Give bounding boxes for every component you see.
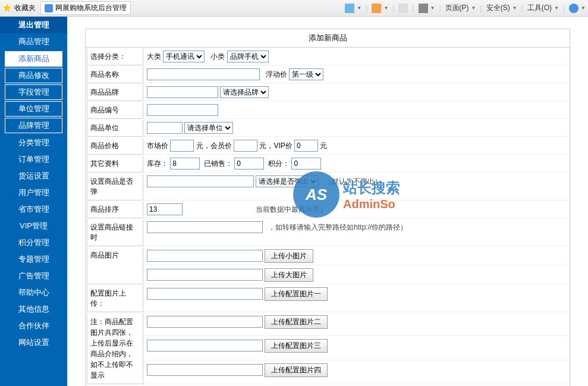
label-note: 注：商品配置图片共四张，上传后显示在商品介绍内，如不上传即不显示 (87, 313, 143, 384)
input-small-image[interactable] (147, 250, 263, 262)
input-cfg1[interactable] (147, 288, 263, 300)
input-product-name[interactable] (147, 68, 260, 80)
sidebar-item-18[interactable]: 合作伙伴 (0, 318, 67, 334)
sidebar-item-4[interactable]: 字段管理 (5, 84, 62, 100)
input-member-price[interactable] (234, 140, 257, 152)
sidebar-item-14[interactable]: 专题管理 (0, 251, 67, 268)
input-stock[interactable] (170, 158, 200, 170)
select-popup[interactable]: 请选择是否弹出 (256, 175, 319, 187)
label-config-img: 配置图片上传： (87, 285, 143, 312)
select-small-category[interactable]: 品牌手机 (227, 51, 269, 62)
favorites-label[interactable]: 收藏夹 (14, 3, 36, 13)
label-sort: 商品排序 (87, 202, 143, 218)
panel-title: 添加新商品 (86, 29, 570, 48)
input-cfg2[interactable] (147, 316, 263, 328)
browser-tab[interactable]: 网展购物系统后台管理 (40, 1, 131, 15)
sidebar-item-19[interactable]: 网站设置 (0, 334, 67, 351)
upload-cfg1-button[interactable]: 上传配置图片一 (265, 287, 328, 301)
select-unit[interactable]: 请选择单位 (184, 122, 233, 134)
sidebar-item-0[interactable]: 退出管理 (0, 17, 67, 33)
sidebar-item-17[interactable]: 其他信息 (0, 301, 67, 318)
upload-big-button[interactable]: 上传大图片 (265, 268, 313, 282)
sidebar-item-9[interactable]: 货运设置 (0, 168, 67, 184)
sidebar-item-15[interactable]: 广告管理 (0, 268, 67, 284)
mail-icon[interactable] (398, 4, 408, 13)
menu-safety[interactable]: 安全(S) (486, 3, 510, 13)
sidebar-item-1[interactable]: 商品管理 (0, 33, 67, 50)
label-category: 选择分类： (87, 49, 143, 65)
label-link: 设置商品链接时 (87, 219, 143, 246)
input-cfg4[interactable] (147, 364, 263, 376)
menu-page[interactable]: 页面(P) (445, 3, 469, 13)
sidebar-item-7[interactable]: 分类管理 (0, 134, 67, 151)
input-sort[interactable] (147, 203, 183, 215)
label-unit: 商品单位 (87, 120, 143, 137)
sidebar-item-6[interactable]: 品牌管理 (5, 118, 62, 133)
sidebar-item-12[interactable]: VIP管理 (0, 218, 67, 234)
page-icon (45, 4, 53, 12)
upload-cfg4-button[interactable]: 上传配置图片四 (265, 363, 328, 377)
upload-cfg2-button[interactable]: 上传配置图片二 (265, 315, 328, 329)
print-icon[interactable] (419, 4, 428, 13)
sidebar-item-13[interactable]: 积分管理 (0, 234, 67, 251)
toolbar-right: ▼ | ▼ | | ▼ | 页面(P)▼ | 安全(S)▼ | 工具(O)▼ |… (345, 3, 586, 13)
input-popup[interactable] (147, 175, 254, 187)
sidebar-item-3[interactable]: 商品修改 (5, 68, 62, 83)
page-title: 网展购物系统后台管理 (55, 3, 127, 13)
upload-cfg3-button[interactable]: 上传配置图片三 (265, 339, 328, 353)
input-link[interactable] (147, 221, 263, 233)
label-name: 商品名称 (87, 67, 143, 83)
select-big-category[interactable]: 手机通讯 (163, 51, 205, 62)
input-code[interactable] (147, 104, 218, 116)
label-price: 商品价格 (87, 138, 143, 155)
input-vip-price[interactable] (294, 140, 318, 152)
input-sold[interactable] (234, 158, 264, 170)
sidebar-item-8[interactable]: 订单管理 (0, 151, 67, 168)
sidebar-item-5[interactable]: 单位管理 (5, 101, 62, 117)
home-icon[interactable] (345, 4, 354, 13)
label-code: 商品编号 (87, 102, 143, 119)
upload-small-button[interactable]: 上传小图片 (265, 249, 313, 263)
favorites-star-icon (2, 4, 12, 13)
label-image: 商品图片 (87, 247, 143, 284)
input-big-image[interactable] (147, 269, 263, 281)
label-brand: 商品品牌 (87, 84, 143, 101)
help-icon[interactable] (569, 4, 578, 13)
sidebar-item-11[interactable]: 省市管理 (0, 201, 67, 218)
input-points[interactable] (291, 158, 321, 170)
sidebar-item-10[interactable]: 用户管理 (0, 184, 67, 201)
select-brand[interactable]: 请选择品牌 (220, 86, 269, 98)
label-other: 其它资料 (87, 156, 143, 172)
input-unit[interactable] (147, 122, 183, 134)
sidebar-item-2[interactable]: 添新商品 (5, 51, 62, 67)
content-area: 添加新商品 选择分类： 大类 手机通讯 小类 品牌手机 商品名称 浮动价 (67, 17, 588, 386)
browser-toolbar: 收藏夹 网展购物系统后台管理 ▼ | ▼ | | ▼ | 页面(P)▼ | 安全… (0, 0, 588, 17)
input-market-price[interactable] (170, 140, 194, 152)
input-cfg3[interactable] (147, 340, 263, 352)
label-popup: 设置商品是否弹 (87, 174, 143, 200)
sidebar-item-16[interactable]: 帮助中心 (0, 284, 67, 301)
select-float-price[interactable]: 第一级 (289, 68, 323, 80)
menu-tools[interactable]: 工具(O) (527, 3, 552, 13)
sidebar: 退出管理商品管理添新商品商品修改字段管理单位管理品牌管理分类管理订单管理货运设置… (0, 17, 67, 386)
input-brand[interactable] (147, 86, 218, 98)
rss-icon[interactable] (372, 4, 381, 13)
